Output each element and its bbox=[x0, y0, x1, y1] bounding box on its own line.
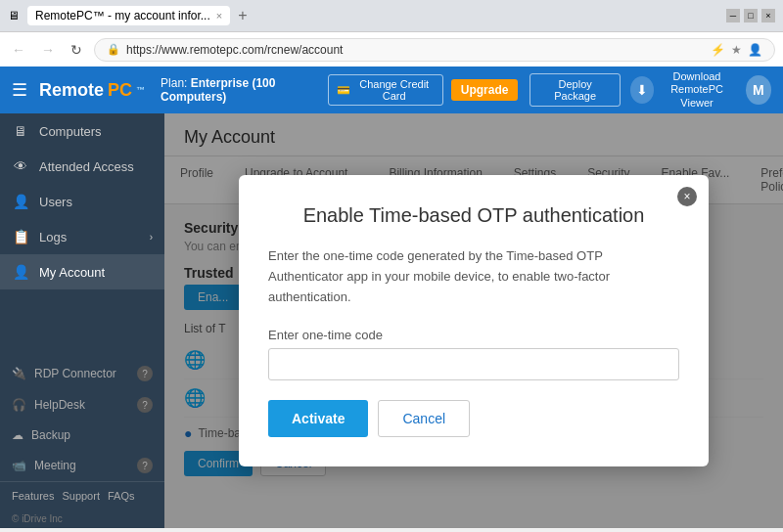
new-tab-button[interactable]: + bbox=[238, 7, 247, 24]
url-bar-icons: ⚡ ★ 👤 bbox=[711, 43, 762, 57]
sidebar-bottom: 🔌 RDP Connector ? 🎧 HelpDesk ? ☁ Backup … bbox=[0, 358, 164, 528]
url-text: https://www.remotepc.com/rcnew/account bbox=[126, 43, 343, 57]
plan-label: Plan: Enterprise (100 Computers) bbox=[161, 76, 320, 104]
logs-arrow-icon: › bbox=[150, 232, 153, 243]
sidebar-item-backup[interactable]: ☁ Backup bbox=[0, 421, 164, 450]
back-button[interactable]: ← bbox=[8, 40, 29, 60]
faqs-link[interactable]: FAQs bbox=[108, 490, 135, 502]
sidebar-item-meeting[interactable]: 📹 Meeting ? bbox=[0, 450, 164, 481]
forward-button[interactable]: → bbox=[37, 40, 59, 60]
cancel-button[interactable]: Cancel bbox=[378, 400, 470, 437]
secure-icon: 🔒 bbox=[107, 43, 120, 56]
main-content: 🖥 Computers 👁 Attended Access 👤 Users 📋 … bbox=[0, 113, 783, 528]
maximize-button[interactable]: □ bbox=[744, 9, 758, 22]
users-icon: 👤 bbox=[12, 194, 29, 209]
sidebar-item-rdp-connector[interactable]: 🔌 RDP Connector ? bbox=[0, 358, 164, 389]
logo-pc: PC bbox=[108, 80, 132, 101]
sidebar-item-users[interactable]: 👤 Users bbox=[0, 184, 164, 219]
modal-close-button[interactable]: × bbox=[677, 187, 697, 206]
download-icon: ⬇ bbox=[630, 76, 655, 104]
helpdesk-icon: 🎧 bbox=[12, 398, 26, 412]
logo-tm: ™ bbox=[136, 85, 145, 95]
modal-overlay: × Enable Time-based OTP authentication E… bbox=[164, 113, 783, 528]
my-account-icon: 👤 bbox=[12, 264, 29, 280]
upgrade-button[interactable]: Upgrade bbox=[451, 79, 519, 101]
header-plan-section: Plan: Enterprise (100 Computers) 💳 Chang… bbox=[161, 74, 518, 106]
browser-favicon: 🖥 bbox=[8, 9, 20, 22]
sidebar-item-computers[interactable]: 🖥 Computers bbox=[0, 113, 164, 149]
support-link[interactable]: Support bbox=[62, 490, 100, 502]
modal-actions: Activate Cancel bbox=[268, 400, 679, 437]
bookmark-icon[interactable]: ★ bbox=[731, 43, 742, 57]
modal-description: Enter the one-time code generated by the… bbox=[268, 246, 679, 307]
download-label: DownloadRemotePC Viewer bbox=[658, 70, 735, 110]
footer-copyright: © iDrive Inc bbox=[0, 510, 164, 528]
sidebar: 🖥 Computers 👁 Attended Access 👤 Users 📋 … bbox=[0, 113, 164, 528]
close-button[interactable]: × bbox=[761, 9, 775, 22]
title-bar: 🖥 RemotePC™ - my account infor... × + ─ … bbox=[0, 0, 783, 31]
meeting-icon: 📹 bbox=[12, 459, 26, 472]
browser-tab[interactable]: RemotePC™ - my account infor... × bbox=[27, 6, 230, 25]
credit-card-icon: 💳 bbox=[337, 84, 350, 97]
url-bar[interactable]: 🔒 https://www.remotepc.com/rcnew/account… bbox=[94, 38, 775, 62]
otp-input-label: Enter one-time code bbox=[268, 328, 679, 342]
app-header: ☰ RemotePC™ Plan: Enterprise (100 Comput… bbox=[0, 66, 783, 113]
window-controls: ─ □ × bbox=[726, 9, 775, 22]
meeting-help-badge[interactable]: ? bbox=[137, 458, 153, 473]
user-icon: 👤 bbox=[748, 43, 762, 57]
refresh-button[interactable]: ↻ bbox=[67, 40, 86, 60]
menu-button[interactable]: ☰ bbox=[12, 79, 27, 101]
download-viewer-button[interactable]: ⬇ DownloadRemotePC Viewer bbox=[630, 70, 736, 110]
rdp-icon: 🔌 bbox=[12, 367, 26, 380]
app-logo: RemotePC™ bbox=[39, 80, 145, 101]
change-credit-card-button[interactable]: 💳 Change Credit Card bbox=[328, 74, 443, 106]
computers-icon: 🖥 bbox=[12, 123, 29, 139]
backup-icon: ☁ bbox=[12, 428, 23, 442]
otp-input[interactable] bbox=[268, 348, 679, 380]
minimize-button[interactable]: ─ bbox=[726, 9, 740, 22]
otp-modal: × Enable Time-based OTP authentication E… bbox=[239, 175, 709, 466]
sidebar-item-helpdesk[interactable]: 🎧 HelpDesk ? bbox=[0, 389, 164, 421]
address-bar: ← → ↻ 🔒 https://www.remotepc.com/rcnew/a… bbox=[0, 31, 783, 66]
page-content: My Account Profile Upgrade to Account...… bbox=[164, 113, 783, 528]
sidebar-item-logs[interactable]: 📋 Logs › bbox=[0, 219, 164, 254]
tab-close-icon[interactable]: × bbox=[216, 10, 222, 22]
logs-icon: 📋 bbox=[12, 229, 29, 244]
activate-button[interactable]: Activate bbox=[268, 400, 368, 437]
attended-access-icon: 👁 bbox=[12, 158, 29, 174]
features-link[interactable]: Features bbox=[12, 490, 54, 502]
sidebar-item-attended-access[interactable]: 👁 Attended Access bbox=[0, 149, 164, 184]
cast-icon: ⚡ bbox=[711, 43, 725, 57]
sidebar-item-my-account[interactable]: 👤 My Account bbox=[0, 254, 164, 289]
sidebar-footer: Features Support FAQs bbox=[0, 481, 164, 510]
header-right: Deploy Package ⬇ DownloadRemotePC Viewer… bbox=[530, 70, 771, 110]
modal-title: Enable Time-based OTP authentication bbox=[268, 204, 679, 227]
deploy-package-button[interactable]: Deploy Package bbox=[530, 73, 621, 107]
user-avatar[interactable]: M bbox=[746, 75, 771, 105]
rdp-help-badge[interactable]: ? bbox=[137, 366, 153, 381]
helpdesk-help-badge[interactable]: ? bbox=[137, 397, 153, 413]
logo-remote: Remote bbox=[39, 80, 104, 101]
